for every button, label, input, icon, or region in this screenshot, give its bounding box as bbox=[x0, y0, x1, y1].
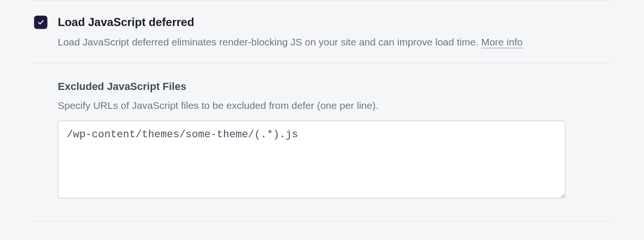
option-description: Load JavaScript deferred eliminates rend… bbox=[58, 35, 611, 49]
excluded-js-description: Specify URLs of JavaScript files to be e… bbox=[58, 98, 611, 112]
option-body: Load JavaScript deferred Load JavaScript… bbox=[58, 15, 611, 50]
excluded-js-textarea[interactable] bbox=[58, 121, 565, 198]
excluded-js-title: Excluded JavaScript Files bbox=[58, 80, 611, 93]
load-js-deferred-checkbox[interactable] bbox=[34, 16, 47, 29]
more-info-link[interactable]: More info bbox=[481, 36, 523, 48]
checkmark-icon bbox=[37, 18, 45, 26]
settings-panel: Load JavaScript deferred Load JavaScript… bbox=[33, 0, 611, 222]
option-title: Load JavaScript deferred bbox=[58, 15, 611, 29]
option-load-js-deferred-row: Load JavaScript deferred Load JavaScript… bbox=[33, 0, 611, 63]
divider-bottom bbox=[33, 221, 611, 222]
option-description-text: Load JavaScript deferred eliminates rend… bbox=[58, 36, 481, 47]
excluded-js-section: Excluded JavaScript Files Specify URLs o… bbox=[33, 63, 611, 221]
